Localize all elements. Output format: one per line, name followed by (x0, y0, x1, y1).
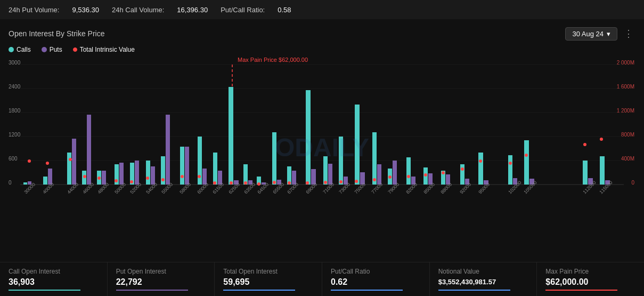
stat-value-notional: $3,552,430,981.57 (438, 278, 528, 286)
total-intrinsic-dot-icon (73, 47, 77, 52)
stat-underline-call-oi (9, 290, 80, 291)
svg-rect-79 (355, 105, 360, 185)
legend-puts-label: Puts (50, 46, 62, 53)
svg-rect-76 (339, 137, 343, 185)
bottom-stats: Call Open Interest 36,903 Put Open Inter… (0, 262, 644, 296)
stat-underline-total-oi (223, 290, 295, 291)
legend-puts: Puts (42, 46, 62, 53)
svg-point-87 (388, 175, 392, 179)
svg-text:1200: 1200 (9, 132, 21, 138)
stat-notional-value: Notional Value $3,552,430,981.57 (430, 262, 537, 296)
stat-value-total-oi: 59,695 (223, 277, 313, 287)
top-bar: 24h Put Volume: 9,536.30 24h Call Volume… (0, 0, 644, 19)
stat-max-pain-price: Max Pain Price $62,000.00 (537, 262, 644, 296)
svg-rect-34 (119, 163, 124, 185)
svg-point-38 (130, 180, 133, 183)
stat-value-pcr: 0.62 (331, 277, 421, 287)
svg-point-63 (257, 182, 260, 186)
svg-rect-39 (146, 161, 150, 185)
svg-text:3000: 3000 (9, 60, 21, 66)
stat-label-notional: Notional Value (438, 268, 528, 275)
svg-point-41 (146, 177, 149, 180)
svg-point-102 (479, 159, 482, 163)
svg-text:2 000M: 2 000M (617, 60, 634, 66)
stat-call-open-interest: Call Open Interest 36,903 (0, 262, 108, 296)
svg-rect-37 (135, 161, 139, 185)
date-selector[interactable]: 30 Aug 24 ▾ (565, 27, 617, 41)
stat-label-put-oi: Put Open Interest (116, 268, 206, 275)
svg-point-47 (181, 175, 184, 178)
legend: Calls Puts Total Intrinsic Value (9, 46, 635, 53)
more-options-icon[interactable]: ⋮ (622, 26, 635, 42)
svg-rect-106 (600, 156, 605, 185)
svg-point-53 (213, 181, 216, 185)
svg-point-96 (442, 171, 445, 174)
svg-rect-82 (372, 132, 377, 185)
legend-calls-label: Calls (17, 46, 31, 53)
chart-area: ODAILY 3000 2400 1800 1200 600 0 2 000M … (9, 57, 635, 238)
svg-point-50 (198, 175, 201, 178)
svg-point-35 (115, 179, 118, 182)
svg-rect-64 (272, 132, 276, 185)
stat-underline-put-oi (116, 290, 188, 291)
stat-underline-max-pain (545, 290, 617, 291)
svg-rect-51 (213, 153, 217, 185)
svg-point-108 (600, 138, 603, 141)
legend-total-intrinsic-label: Total Intrinsic Value (80, 46, 135, 53)
put-volume-label: 24h Put Volume: (9, 6, 59, 14)
svg-text:0: 0 (9, 180, 12, 186)
date-selector-value: 30 Aug 24 (572, 30, 604, 38)
svg-rect-24 (67, 153, 71, 185)
svg-rect-88 (406, 157, 411, 185)
legend-calls: Calls (9, 46, 31, 53)
svg-rect-109 (508, 155, 512, 185)
svg-point-111 (509, 162, 512, 165)
stat-value-max-pain: $62,000.00 (545, 277, 635, 287)
svg-point-32 (97, 177, 101, 180)
chart-controls: 30 Aug 24 ▾ ⋮ (565, 26, 635, 42)
svg-point-44 (161, 178, 165, 181)
chart-title: Open Interest By Strike Price (9, 29, 105, 38)
chart-header: Open Interest By Strike Price 30 Aug 24 … (9, 26, 635, 42)
svg-point-60 (244, 181, 247, 185)
svg-text:1 200M: 1 200M (617, 108, 634, 114)
call-volume-label: 24h Call Volume: (112, 6, 164, 14)
stat-label-pcr: Put/Call Ratio (331, 268, 421, 275)
svg-rect-18 (23, 182, 27, 185)
stat-underline-pcr (331, 290, 403, 291)
max-pain-label: Max Pain Price $62,000.00 (238, 57, 308, 63)
svg-rect-28 (87, 115, 91, 185)
put-call-ratio-value: 0.58 (278, 6, 291, 14)
svg-point-20 (28, 159, 31, 163)
stat-value-put-oi: 22,792 (116, 277, 206, 287)
svg-point-93 (424, 173, 427, 177)
svg-point-26 (69, 158, 72, 161)
svg-rect-103 (524, 140, 529, 185)
svg-rect-46 (185, 147, 189, 185)
stat-put-call-ratio: Put/Call Ratio 0.62 (322, 262, 430, 296)
call-volume-value: 16,396.30 (177, 6, 208, 14)
svg-point-57 (230, 181, 233, 185)
chart-container: Open Interest By Strike Price 30 Aug 24 … (0, 19, 644, 262)
svg-rect-45 (180, 147, 184, 185)
svg-text:400M: 400M (621, 156, 634, 162)
svg-point-81 (355, 180, 358, 183)
svg-point-23 (46, 162, 49, 165)
svg-rect-70 (306, 90, 311, 185)
chevron-down-icon: ▾ (607, 30, 610, 38)
svg-point-29 (83, 175, 86, 178)
put-volume-value: 9,536.30 (72, 6, 99, 14)
puts-dot-icon (42, 47, 47, 52)
svg-point-69 (288, 181, 291, 185)
stat-label-call-oi: Call Open Interest (9, 268, 99, 275)
svg-rect-100 (478, 153, 483, 185)
svg-text:1800: 1800 (9, 108, 21, 114)
svg-point-78 (339, 180, 343, 183)
svg-text:600: 600 (9, 156, 18, 162)
svg-text:800M: 800M (621, 132, 634, 138)
svg-rect-55 (229, 87, 233, 185)
legend-total-intrinsic: Total Intrinsic Value (73, 46, 135, 53)
svg-text:2400: 2400 (9, 84, 21, 90)
svg-rect-21 (43, 177, 47, 185)
svg-rect-112 (583, 161, 588, 185)
